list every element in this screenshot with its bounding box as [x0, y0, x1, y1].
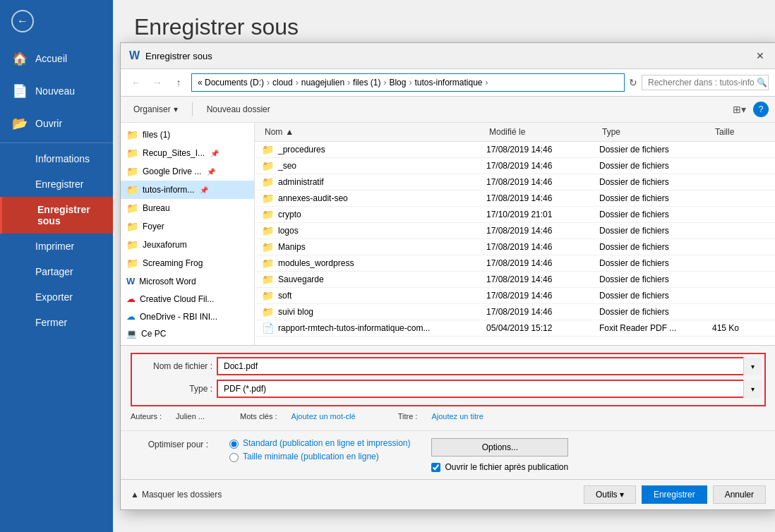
folder-icon: 📁 [262, 193, 274, 204]
tree-item-foyer[interactable]: 📁 Foyer [121, 217, 254, 236]
sidebar-item-informations[interactable]: Informations [0, 146, 113, 171]
path-part-tutos[interactable]: tutos-informatique [414, 78, 482, 87]
tree-item-googledrive[interactable]: 📁 Google Drive ... 📌 [121, 162, 254, 181]
search-icon: 🔍 [757, 78, 767, 87]
chevron-up-icon: ▲ [131, 490, 139, 500]
file-row[interactable]: 📁Sauvegarde 17/08/2019 14:46 Dossier de … [255, 272, 775, 288]
outils-button[interactable]: Outils ▾ [584, 485, 636, 504]
tree-item-creativecloud[interactable]: ☁ Creative Cloud Fil... [121, 290, 254, 308]
file-row[interactable]: 📁soft 17/08/2019 14:46 Dossier de fichie… [255, 288, 775, 304]
tree-item-onedrive[interactable]: ☁ OneDrive - RBI INI... [121, 308, 254, 325]
help-button[interactable]: ? [753, 102, 769, 117]
nav-back-button[interactable]: ← [128, 74, 145, 91]
sidebar-item-enregistrer-sous[interactable]: Enregistrer sous [0, 197, 113, 234]
dialog-toolbar: Organiser ▾ Nouveau dossier ⊞▾ ? [121, 97, 775, 123]
titre-link[interactable]: Ajoutez un titre [431, 412, 483, 421]
motscles-label: Mots clés : [240, 412, 277, 421]
nav-up-button[interactable]: ↑ [170, 74, 187, 91]
type-dropdown-arrow[interactable]: ▾ [743, 380, 762, 398]
back-button[interactable]: ← [0, 0, 113, 42]
pdf-icon: 📄 [262, 322, 274, 334]
filename-wrapper: ▾ [217, 357, 762, 375]
folder-icon: 📁 [262, 160, 274, 171]
col-header-modified[interactable]: Modifié le [486, 126, 599, 138]
tree-item-screamingfrog[interactable]: 📁 Screaming Frog [121, 254, 254, 272]
tree-item-tutos[interactable]: 📁 tutos-inform... 📌 [121, 181, 254, 199]
folder-icon: 📁 [126, 184, 138, 195]
path-part-blog[interactable]: Blog [389, 78, 406, 87]
sidebar-item-enregistrer[interactable]: Enregistrer [0, 171, 113, 197]
path-part-cloud[interactable]: cloud [272, 78, 293, 87]
new-doc-icon: 📄 [11, 83, 28, 99]
tree-item-microsoftword[interactable]: W Microsoft Word [121, 272, 254, 290]
dialog-footer: Nom de fichier : ▾ Type : ▾ Auteurs : [121, 345, 775, 430]
nouveau-dossier-button[interactable]: Nouveau dossier [201, 102, 276, 117]
sidebar-item-ouvrir[interactable]: 📂 Ouvrir [0, 107, 113, 140]
open-folder-icon: 📂 [11, 116, 28, 131]
word-icon: W [129, 49, 140, 62]
file-row[interactable]: 📁crypto 17/10/2019 21:01 Dossier de fich… [255, 207, 775, 223]
file-row[interactable]: 📄rapport-rmtech-tutos-informatique-com..… [255, 320, 775, 337]
sidebar-item-accueil[interactable]: 🏠 Accueil [0, 42, 113, 75]
folder-icon: 📁 [262, 258, 274, 269]
save-as-dialog: W Enregistrer sous ✕ ← → ↑ « Documents (… [120, 42, 775, 510]
sidebar-item-fermer[interactable]: Fermer [0, 310, 113, 335]
tree-item-recup[interactable]: 📁 Recup_Sites_I... 📌 [121, 144, 254, 162]
file-row[interactable]: 📁annexes-audit-seo 17/08/2019 14:46 Doss… [255, 191, 775, 207]
file-row[interactable]: 📁logos 17/08/2019 14:46 Dossier de fichi… [255, 223, 775, 239]
checkbox-open-after-input[interactable] [431, 463, 440, 472]
auteurs-label: Auteurs : [131, 412, 162, 421]
filename-label: Nom de fichier : [135, 361, 212, 371]
radio-standard-input[interactable] [229, 440, 239, 449]
motscles-link[interactable]: Ajoutez un mot-clé [292, 412, 356, 421]
radio-minimal-input[interactable] [229, 453, 239, 462]
path-part-nuagejulien[interactable]: nuagejulien [301, 78, 344, 87]
sidebar-item-partager[interactable]: Partager [0, 259, 113, 284]
tree-item-files1[interactable]: 📁 files (1) [121, 126, 254, 144]
address-path[interactable]: « Documents (D:) › cloud › nuagejulien ›… [191, 73, 625, 92]
sidebar-item-exporter[interactable]: Exporter [0, 284, 113, 310]
dialog-close-button[interactable]: ✕ [753, 49, 767, 63]
file-row[interactable]: 📁_procedures 17/08/2019 14:46 Dossier de… [255, 142, 775, 158]
radio-minimal[interactable]: Taille minimale (publication en ligne) [229, 452, 410, 462]
options-button[interactable]: Options... [431, 438, 568, 457]
type-wrapper: ▾ [217, 380, 762, 398]
col-header-type[interactable]: Type [599, 126, 712, 138]
col-header-name[interactable]: Nom ▲ [262, 126, 486, 138]
path-part-documents[interactable]: « Documents (D:) [198, 78, 264, 87]
organiser-button[interactable]: Organiser ▾ [128, 102, 184, 117]
filename-input[interactable] [217, 357, 762, 375]
view-button[interactable]: ⊞▾ [728, 101, 750, 118]
col-header-size[interactable]: Taille [712, 126, 769, 138]
sidebar-item-nouveau[interactable]: 📄 Nouveau [0, 75, 113, 107]
file-row[interactable]: 📁administratif 17/08/2019 14:46 Dossier … [255, 174, 775, 191]
checkbox-open-after[interactable]: Ouvrir le fichier après publication [431, 462, 568, 472]
file-row[interactable]: 📁suivi blog 17/08/2019 14:46 Dossier de … [255, 304, 775, 320]
search-input[interactable] [648, 78, 754, 87]
refresh-icon[interactable]: ↻ [629, 77, 637, 88]
titre-label: Titre : [398, 412, 418, 421]
tree-item-cepc[interactable]: 💻 Ce PC [121, 325, 254, 342]
dialog-titlebar: W Enregistrer sous ✕ [121, 43, 775, 69]
type-input[interactable] [217, 380, 762, 398]
search-box[interactable]: 🔍 [642, 75, 769, 90]
pin-icon: 📌 [210, 150, 219, 157]
radio-standard[interactable]: Standard (publication en ligne et impres… [229, 438, 410, 449]
path-part-files[interactable]: files (1) [353, 78, 380, 87]
tree-item-bureau[interactable]: 📁 Bureau [121, 199, 254, 217]
filename-type-box: Nom de fichier : ▾ Type : ▾ [131, 353, 766, 406]
word-icon: W [126, 276, 135, 286]
tree-item-jeuxaforum[interactable]: 📁 Jeuxaforum [121, 236, 254, 254]
annuler-button[interactable]: Annuler [713, 485, 766, 504]
sidebar-item-imprimer[interactable]: Imprimer [0, 234, 113, 259]
nav-forward-button[interactable]: → [149, 74, 166, 91]
file-row[interactable]: 📁_seo 17/08/2019 14:46 Dossier de fichie… [255, 158, 775, 174]
metadata-row: Auteurs : Julien ... Mots clés : Ajoutez… [131, 409, 766, 423]
enregistrer-button[interactable]: Enregistrer [642, 485, 707, 504]
back-circle-icon: ← [11, 10, 34, 32]
file-row[interactable]: 📁Manips 17/08/2019 14:46 Dossier de fich… [255, 239, 775, 255]
hide-folders-button[interactable]: ▲ Masquer les dossiers [131, 490, 222, 500]
filename-dropdown-arrow[interactable]: ▾ [743, 357, 762, 375]
onedrive-icon: ☁ [126, 311, 136, 322]
file-row[interactable]: 📁modules_wordpress 17/08/2019 14:46 Doss… [255, 255, 775, 272]
